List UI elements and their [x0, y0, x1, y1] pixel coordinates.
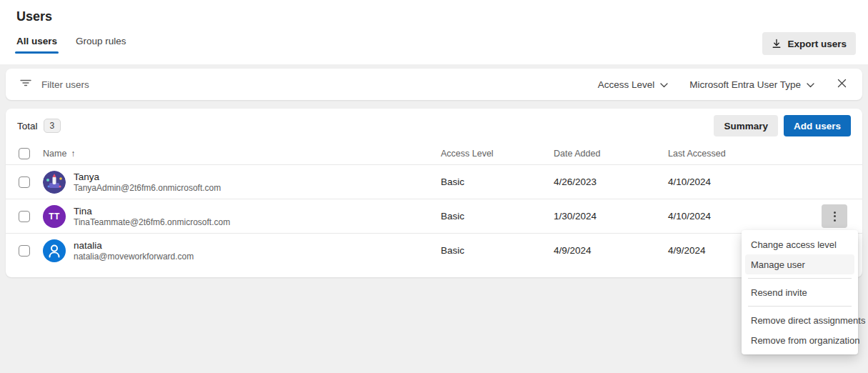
column-header-last-accessed: Last Accessed: [668, 149, 819, 159]
table-toolbar: Total 3 Summary Add users: [6, 109, 862, 143]
user-name: natalia: [74, 240, 194, 251]
select-all-checkbox[interactable]: [19, 148, 30, 159]
menu-item-remove-from-organization[interactable]: Remove from organization: [745, 330, 854, 350]
column-header-date-added: Date Added: [554, 149, 668, 159]
total-label: Total: [17, 121, 38, 131]
column-header-name[interactable]: Name ↑: [43, 149, 441, 159]
access-level-filter-dropdown[interactable]: Access Level: [598, 79, 669, 90]
user-email: natalia@moveworkforward.com: [74, 252, 194, 262]
tab-group-rules[interactable]: Group rules: [76, 36, 126, 54]
last-accessed-cell: 4/10/2024: [668, 211, 819, 222]
tab-group-rules-label: Group rules: [76, 36, 126, 46]
filter-placeholder: Filter users: [41, 79, 89, 90]
date-added-cell: 4/9/2024: [554, 245, 668, 256]
menu-item-change-access-level[interactable]: Change access level: [745, 234, 854, 254]
menu-item-resend-invite[interactable]: Resend invite: [745, 282, 854, 302]
total-count-group: Total 3: [17, 119, 61, 133]
access-level-filter-label: Access Level: [598, 79, 655, 90]
export-users-button[interactable]: Export users: [762, 32, 856, 55]
add-users-button[interactable]: Add users: [784, 115, 851, 136]
filter-input[interactable]: Filter users: [20, 78, 598, 91]
toolbar-buttons: Summary Add users: [714, 115, 851, 136]
filter-bar: Filter users Access Level Microsoft Entr…: [6, 69, 862, 100]
close-icon: [837, 79, 847, 90]
tab-bar: All users Group rules: [16, 36, 126, 54]
filter-controls: Access Level Microsoft Entra User Type: [598, 77, 848, 91]
chevron-down-icon: [660, 79, 668, 90]
column-header-access-level: Access Level: [441, 149, 554, 159]
access-level-cell: Basic: [441, 176, 554, 187]
page-header: Users All users Group rules Export users: [0, 0, 868, 64]
export-users-label: Export users: [787, 39, 847, 49]
menu-divider: [748, 306, 852, 307]
summary-button[interactable]: Summary: [714, 115, 778, 136]
tab-all-users-label: All users: [16, 36, 57, 46]
avatar: [43, 239, 66, 262]
sort-ascending-icon: ↑: [71, 149, 75, 159]
table-header-row: Name ↑ Access Level Date Added Last Acce…: [6, 143, 862, 164]
user-name: Tanya: [74, 171, 221, 182]
row-checkbox[interactable]: [19, 245, 30, 257]
total-count-badge: 3: [44, 119, 61, 133]
user-name: Tina: [74, 206, 230, 217]
access-level-cell: Basic: [441, 245, 554, 256]
users-table-card: Total 3 Summary Add users Name ↑ Access …: [6, 109, 862, 277]
clear-filters-button[interactable]: [836, 77, 848, 91]
active-tab-underline: [15, 51, 59, 54]
filter-icon: [20, 78, 31, 91]
chevron-down-icon: [807, 79, 814, 90]
tab-all-users[interactable]: All users: [16, 36, 57, 54]
users-admin-page: Users All users Group rules Export users: [0, 0, 868, 373]
user-cell: natalia natalia@moveworkforward.com: [43, 239, 441, 262]
vertical-ellipsis-icon: [834, 212, 836, 222]
menu-item-manage-user[interactable]: Manage user: [745, 254, 854, 274]
entra-user-type-filter-dropdown[interactable]: Microsoft Entra User Type: [689, 79, 814, 90]
menu-item-remove-direct-assignments[interactable]: Remove direct assignments: [745, 310, 854, 330]
menu-divider: [748, 278, 852, 279]
row-more-actions-button[interactable]: [822, 204, 847, 228]
page-title: Users: [16, 9, 52, 24]
download-icon: [772, 39, 782, 49]
date-added-cell: 1/30/2024: [554, 211, 668, 222]
last-accessed-cell: 4/10/2024: [668, 176, 819, 187]
row-checkbox[interactable]: [19, 176, 30, 188]
user-cell: Tanya TanyaAdmin@2t6fm6.onmicrosoft.com: [43, 171, 441, 194]
row-context-menu: Change access level Manage user Resend i…: [742, 230, 858, 354]
table-row[interactable]: Tanya TanyaAdmin@2t6fm6.onmicrosoft.com …: [6, 164, 862, 199]
avatar: TT: [43, 205, 66, 228]
user-cell: TT Tina TinaTeammate@2t6fm6.onmicrosoft.…: [43, 205, 441, 228]
date-added-cell: 4/26/2023: [554, 176, 668, 187]
row-checkbox[interactable]: [19, 211, 30, 222]
access-level-cell: Basic: [441, 211, 554, 222]
user-email: TinaTeammate@2t6fm6.onmicrosoft.com: [74, 217, 230, 227]
table-row[interactable]: TT Tina TinaTeammate@2t6fm6.onmicrosoft.…: [6, 199, 862, 233]
user-email: TanyaAdmin@2t6fm6.onmicrosoft.com: [74, 183, 221, 193]
table-row[interactable]: natalia natalia@moveworkforward.com Basi…: [6, 233, 862, 267]
avatar: [43, 171, 66, 194]
entra-user-type-filter-label: Microsoft Entra User Type: [689, 79, 801, 90]
